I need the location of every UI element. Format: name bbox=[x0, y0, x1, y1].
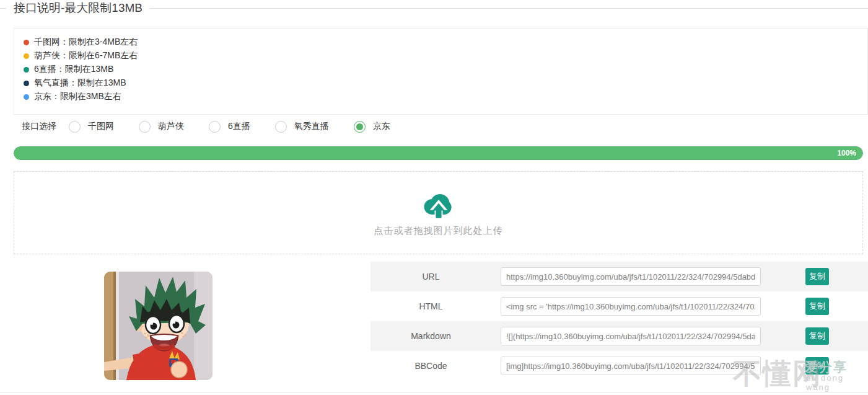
results-table: URL复制HTML复制Markdown复制BBCode复制 bbox=[370, 262, 868, 381]
interface-select-row: 接口选择 千图网葫芦侠6直播氧秀直播京东 bbox=[22, 117, 415, 136]
page-title: 接口说明-最大限制13MB bbox=[14, 0, 142, 16]
result-row-url: URL复制 bbox=[370, 262, 868, 291]
radio-option-label: 千图网 bbox=[88, 121, 114, 132]
copy-button-html[interactable]: 复制 bbox=[805, 298, 829, 315]
radio-option-yangxiuzhibo[interactable]: 氧秀直播 bbox=[275, 121, 329, 133]
bullet-dot-icon bbox=[24, 53, 29, 59]
html-input[interactable] bbox=[501, 297, 761, 316]
result-row-bbcode: BBCode复制 bbox=[370, 351, 868, 381]
radio-option-label: 京东 bbox=[373, 121, 390, 132]
anime-character-illustration bbox=[104, 272, 213, 380]
limits-list: 千图网：限制在3-4MB左右葫芦侠：限制在6-7MB左右6直播：限制在13MB氧… bbox=[14, 29, 867, 104]
radio-option-label: 葫芦侠 bbox=[158, 121, 184, 132]
bullet-dot-icon bbox=[24, 81, 29, 86]
result-label-markdown: Markdown bbox=[370, 331, 491, 341]
bullet-dot-icon bbox=[24, 67, 29, 73]
result-label-bbcode: BBCode bbox=[370, 361, 491, 371]
legend-line-left bbox=[0, 8, 6, 9]
bullet-dot-icon bbox=[24, 40, 29, 45]
limit-item-6zhibo: 6直播：限制在13MB bbox=[24, 63, 867, 76]
section-legend: 接口说明-最大限制13MB bbox=[0, 0, 868, 16]
copy-button-bbcode[interactable]: 复制 bbox=[805, 357, 829, 375]
radio-option-label: 6直播 bbox=[228, 121, 250, 132]
radio-option-label: 氧秀直播 bbox=[294, 121, 329, 132]
radio-circle-icon bbox=[69, 121, 81, 133]
radio-option-6zhibo[interactable]: 6直播 bbox=[209, 121, 250, 133]
radio-option-huluxia[interactable]: 葫芦侠 bbox=[139, 121, 184, 133]
progress-fill: 100% bbox=[14, 146, 863, 160]
legend-line-right bbox=[150, 8, 868, 9]
upload-progress-bar: 100% bbox=[14, 146, 863, 160]
limit-item-label: 6直播：限制在13MB bbox=[34, 64, 113, 75]
result-row-html: HTML复制 bbox=[370, 291, 868, 321]
result-row-markdown: Markdown复制 bbox=[370, 321, 868, 351]
uploaded-image-preview bbox=[104, 272, 213, 380]
result-label-html: HTML bbox=[370, 301, 491, 311]
radio-option-qiantuwang[interactable]: 千图网 bbox=[69, 121, 114, 133]
limits-info-box: 千图网：限制在3-4MB左右葫芦侠：限制在6-7MB左右6直播：限制在13MB氧… bbox=[14, 28, 868, 115]
result-label-url: URL bbox=[370, 272, 491, 282]
limit-item-qiantuwang: 千图网：限制在3-4MB左右 bbox=[24, 35, 867, 49]
upload-dropzone[interactable]: 点击或者拖拽图片到此处上传 bbox=[14, 171, 863, 254]
limit-item-yangqizhibo: 氧气直播：限制在13MB bbox=[24, 76, 867, 90]
limit-item-huluxia: 葫芦侠：限制在6-7MB左右 bbox=[24, 49, 867, 63]
copy-button-url[interactable]: 复制 bbox=[805, 268, 829, 285]
url-input[interactable] bbox=[501, 267, 761, 286]
limit-item-label: 千图网：限制在3-4MB左右 bbox=[34, 37, 138, 48]
limit-item-label: 氧气直播：限制在13MB bbox=[34, 78, 126, 89]
progress-percent: 100% bbox=[837, 149, 856, 158]
interface-select-label: 接口选择 bbox=[22, 121, 56, 132]
cloud-upload-icon bbox=[418, 189, 459, 221]
radio-option-jingdong[interactable]: 京东 bbox=[354, 121, 390, 133]
limit-item-label: 葫芦侠：限制在6-7MB左右 bbox=[34, 50, 138, 61]
radio-circle-icon bbox=[354, 121, 366, 133]
bottom-divider bbox=[0, 392, 868, 393]
bbcode-input[interactable] bbox=[501, 357, 761, 375]
radio-circle-icon bbox=[139, 121, 151, 133]
copy-button-markdown[interactable]: 复制 bbox=[805, 327, 829, 345]
markdown-input[interactable] bbox=[501, 327, 761, 345]
limit-item-jingdong: 京东：限制在3MB左右 bbox=[24, 90, 867, 104]
bullet-dot-icon bbox=[24, 94, 29, 100]
radio-circle-icon bbox=[209, 121, 221, 133]
limit-item-label: 京东：限制在3MB左右 bbox=[34, 91, 121, 102]
radio-circle-icon bbox=[275, 121, 287, 133]
page: 接口说明-最大限制13MB 千图网：限制在3-4MB左右葫芦侠：限制在6-7MB… bbox=[0, 0, 868, 395]
upload-hint: 点击或者拖拽图片到此处上传 bbox=[374, 225, 503, 237]
radio-options-group: 千图网葫芦侠6直播氧秀直播京东 bbox=[69, 121, 415, 133]
